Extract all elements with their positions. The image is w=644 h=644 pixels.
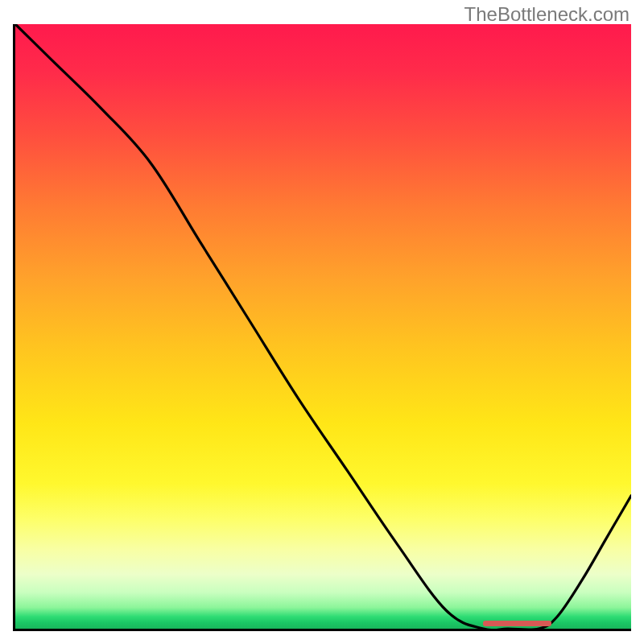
plot-area [13, 24, 631, 631]
bottleneck-curve [15, 24, 631, 629]
chart-container: TheBottleneck.com [0, 0, 644, 644]
watermark-text: TheBottleneck.com [464, 3, 630, 26]
optimal-range-marker [483, 621, 551, 626]
